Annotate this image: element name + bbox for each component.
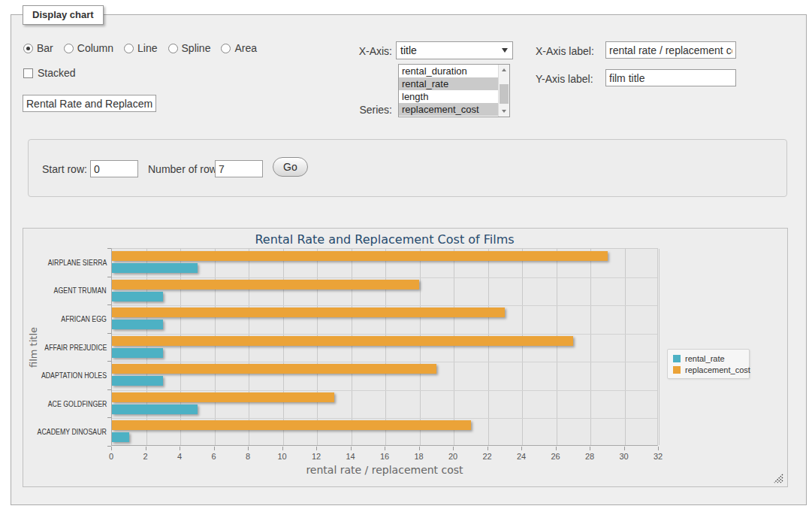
x-tick-mark [590,447,590,450]
legend-label: rental_rate [685,354,725,363]
radio-spline[interactable]: Spline [168,42,211,54]
checkbox-box-icon [23,68,33,78]
category-label: ACE GOLDFINGER [47,399,107,407]
x-gridline [590,249,591,445]
bar-replacement_cost[interactable] [112,280,419,289]
radio-area[interactable]: Area [221,42,257,54]
category-labels: AIRPLANE SIERRAAGENT TRUMANAFRICAN EGGAF… [23,248,107,446]
series-options: rental_durationrental_ratelengthreplacem… [399,65,498,117]
bar-replacement_cost[interactable] [112,364,436,374]
radio-line[interactable]: Line [124,42,157,54]
chart-type-radios: BarColumnLineSplineArea [23,42,257,54]
x-tick-label: 20 [448,452,457,461]
legend-item-replacement_cost[interactable]: replacement_cost [673,364,744,375]
bar-replacement_cost[interactable] [112,336,573,346]
radio-label: Line [137,42,157,54]
x-tick-label: 24 [517,452,526,461]
x-tick-mark [658,447,659,450]
x-tick-mark [111,447,112,450]
x-tick-label: 6 [211,452,216,461]
bar-rental_rate[interactable] [112,432,129,442]
radio-bar[interactable]: Bar [23,42,53,54]
listbox-scrollbar[interactable] [498,65,509,117]
resize-grip-icon[interactable] [774,474,783,483]
x-gridline [659,249,660,445]
series-option-rental_duration[interactable]: rental_duration [399,65,498,77]
y-tick-mark [107,333,111,334]
series-option-replacement_cost[interactable]: replacement_cost [399,103,498,116]
x-tick-mark [351,447,352,450]
go-button[interactable]: Go [273,157,308,177]
x-tick-mark [521,447,522,450]
x-axis-select[interactable]: title [396,41,513,59]
series-option-length[interactable]: length [399,90,498,103]
x-gridline [454,249,454,445]
chart-title-input[interactable] [23,95,156,112]
x-gridline [385,249,386,445]
bar-replacement_cost[interactable] [112,392,334,402]
num-rows-input[interactable] [215,160,263,177]
y-tick-mark [107,248,111,249]
panel-title: Display chart [23,5,104,25]
radio-button-icon [64,44,74,53]
legend-label: replacement_cost [685,365,750,374]
chart-legend: rental_ratereplacement_cost [667,349,750,379]
band-separator [112,277,657,278]
band-separator [112,362,657,362]
legend-swatch-icon [673,366,681,374]
series-listbox[interactable]: rental_durationrental_ratelengthreplacem… [398,64,510,117]
x-gridline [522,249,523,445]
band-separator [112,390,657,391]
x-tick-mark [453,447,454,450]
x-tick-label: 32 [654,452,663,461]
x-tick-mark [146,447,146,450]
scroll-up-icon[interactable] [499,65,509,75]
scrollbar-thumb[interactable] [500,84,509,104]
radio-button-icon [124,44,134,53]
x-axis-selected-value: title [400,44,417,56]
scroll-down-icon[interactable] [499,106,509,117]
x-gridline [352,249,352,445]
x-tick-label: 18 [414,452,423,461]
bar-rental_rate[interactable] [112,320,163,329]
bar-replacement_cost[interactable] [112,308,505,317]
radio-label: Area [234,42,257,54]
start-row-input[interactable] [90,160,138,177]
category-label: ADAPTATION HOLES [41,371,107,380]
x-tick-mark [316,447,317,450]
series-option-rental_rate[interactable]: rental_rate [399,77,498,90]
y-axis-ticks [107,248,111,446]
x-tick-label: 10 [277,452,286,461]
y-axis-label-input[interactable] [605,69,736,86]
x-axis-ticks [111,447,658,450]
x-axis-label-input[interactable] [605,41,736,59]
x-tick-label: 0 [109,452,113,461]
num-rows-label: Number of rows: [148,163,225,175]
x-tick-labels: 02468101214161820222426283032 [111,452,658,462]
bar-rental_rate[interactable] [112,376,163,386]
chart-title: Rental Rate and Replacement Cost of Film… [111,232,658,247]
category-label: AFFAIR PREJUDICE [44,343,107,351]
stacked-checkbox[interactable]: Stacked [23,67,76,79]
legend-swatch-icon [673,355,681,362]
x-tick-mark [419,447,420,450]
category-label: AFRICAN EGG [61,314,107,323]
category-label: ACADEMY DINOSAUR [38,428,107,436]
x-tick-mark [385,447,385,450]
bar-rental_rate[interactable] [112,404,198,414]
stacked-label: Stacked [38,67,76,79]
bar-rental_rate[interactable] [112,263,198,273]
bar-replacement_cost[interactable] [112,420,471,430]
legend-item-rental_rate[interactable]: rental_rate [673,353,744,364]
radio-label: Spline [182,42,211,54]
radio-label: Bar [37,42,53,54]
bar-replacement_cost[interactable] [112,251,608,261]
radio-label: Column [77,42,113,54]
band-separator [112,334,657,335]
bar-rental_rate[interactable] [112,348,163,358]
radio-button-icon [168,44,178,53]
x-gridline [488,249,489,445]
bar-rental_rate[interactable] [112,292,163,301]
x-tick-label: 26 [551,452,560,461]
radio-column[interactable]: Column [64,42,113,54]
